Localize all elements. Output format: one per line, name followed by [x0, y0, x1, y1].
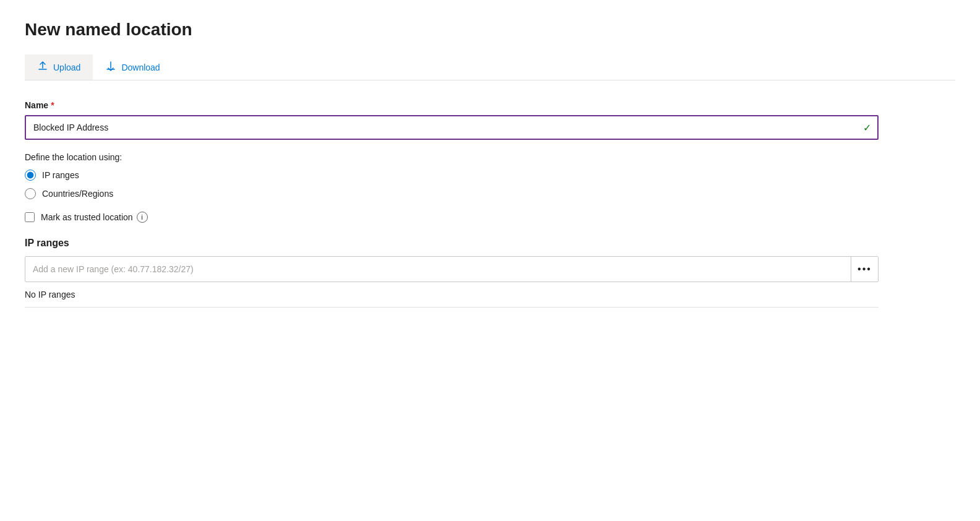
name-label: Name *	[25, 100, 955, 110]
toolbar: Upload Download	[25, 54, 955, 80]
ip-range-input-row: •••	[25, 256, 879, 282]
trusted-location-group: Mark as trusted location i	[25, 212, 955, 223]
define-location-label: Define the location using:	[25, 152, 955, 162]
location-type-radio-group: IP ranges Countries/Regions	[25, 170, 955, 199]
download-icon	[105, 61, 116, 74]
download-button[interactable]: Download	[93, 54, 172, 80]
countries-radio-label: Countries/Regions	[42, 189, 113, 199]
download-label: Download	[121, 62, 160, 72]
upload-button[interactable]: Upload	[25, 54, 93, 80]
upload-icon	[37, 61, 48, 74]
ip-range-more-button[interactable]: •••	[851, 257, 878, 282]
more-icon: •••	[858, 264, 872, 275]
trusted-location-info-icon[interactable]: i	[137, 212, 148, 223]
name-field-group: Name * ✓	[25, 100, 955, 140]
countries-radio-option[interactable]: Countries/Regions	[25, 188, 955, 199]
ip-ranges-section-title: IP ranges	[25, 238, 955, 249]
ip-ranges-radio-option[interactable]: IP ranges	[25, 170, 955, 181]
trusted-location-checkbox[interactable]	[25, 212, 35, 222]
countries-radio[interactable]	[25, 188, 36, 199]
required-indicator: *	[51, 100, 54, 110]
ip-ranges-radio-label: IP ranges	[42, 170, 79, 180]
page-title: New named location	[25, 20, 955, 40]
ip-ranges-radio[interactable]	[25, 170, 36, 181]
form-section: Name * ✓ Define the location using: IP r…	[25, 100, 955, 308]
define-location-group: Define the location using: IP ranges Cou…	[25, 152, 955, 199]
name-input-wrapper: ✓	[25, 115, 879, 140]
ip-range-input[interactable]	[25, 257, 851, 282]
input-valid-check-icon: ✓	[863, 122, 871, 134]
name-input[interactable]	[25, 115, 879, 140]
no-ip-ranges-text: No IP ranges	[25, 282, 879, 308]
upload-label: Upload	[53, 62, 80, 72]
trusted-location-label[interactable]: Mark as trusted location i	[41, 212, 148, 223]
